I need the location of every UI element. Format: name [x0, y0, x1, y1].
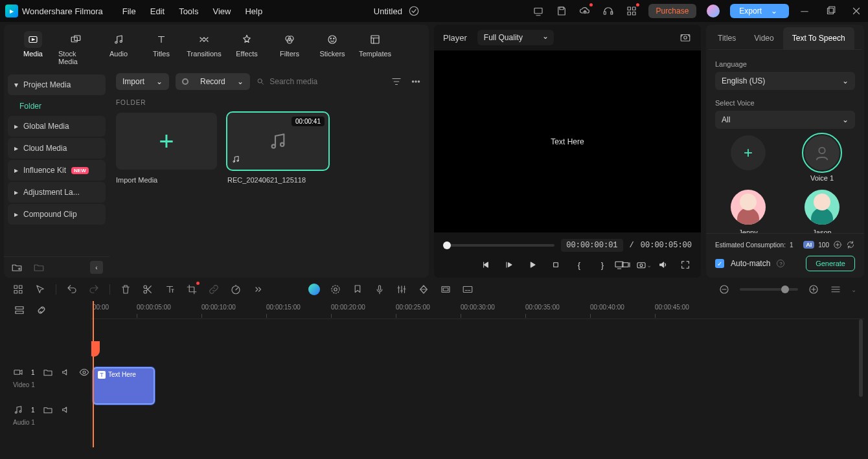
tab-titles[interactable]: Titles: [141, 28, 181, 68]
visibility-icon[interactable]: [79, 367, 89, 377]
minimize-icon[interactable]: [798, 5, 811, 17]
menu-tools[interactable]: Tools: [179, 6, 198, 16]
redo-icon[interactable]: [87, 283, 100, 296]
mute-icon[interactable]: [61, 367, 71, 377]
subtitle-icon[interactable]: [461, 283, 474, 296]
timeline-scrollbar-vertical[interactable]: [859, 319, 863, 397]
track-row-audio1[interactable]: [91, 407, 864, 445]
track-row-video1[interactable]: T Text Here: [91, 363, 864, 401]
tab-media[interactable]: Media: [13, 28, 53, 68]
camera-icon[interactable]: [635, 258, 648, 271]
mark-out-icon[interactable]: }: [596, 258, 609, 271]
expand-tools-icon[interactable]: [251, 283, 264, 296]
cloud-sync-icon[interactable]: [407, 5, 420, 17]
apps-icon[interactable]: [625, 5, 638, 17]
stop-icon[interactable]: [549, 258, 562, 271]
tracks-view-icon[interactable]: [829, 283, 842, 296]
split-icon[interactable]: [141, 283, 154, 296]
marker-icon[interactable]: [351, 283, 364, 296]
generate-button[interactable]: Generate: [806, 256, 855, 271]
user-avatar-icon[interactable]: [707, 5, 720, 17]
mark-in-icon[interactable]: {: [573, 258, 586, 271]
language-select[interactable]: English (US)⌄: [715, 72, 855, 90]
search-media[interactable]: [257, 77, 383, 86]
sidebar-item-project-media[interactable]: ▾Project Media: [8, 74, 106, 95]
mute-icon[interactable]: [61, 405, 71, 415]
save-icon[interactable]: [555, 5, 568, 17]
text-tool-icon[interactable]: [163, 283, 176, 296]
fullscreen-icon[interactable]: [679, 258, 692, 271]
tab-titles-right[interactable]: Titles: [709, 27, 745, 49]
help-icon[interactable]: ?: [777, 260, 784, 267]
automatch-checkbox[interactable]: ✓: [715, 259, 724, 268]
headphones-icon[interactable]: [602, 5, 615, 17]
purchase-button[interactable]: Purchase: [648, 4, 697, 18]
voice-item-jenny[interactable]: Jenny: [715, 190, 781, 233]
tab-video-right[interactable]: Video: [745, 27, 782, 49]
folder-icon[interactable]: [43, 405, 53, 415]
play-range-icon[interactable]: [503, 258, 516, 271]
sidebar-item-global-media[interactable]: ▸Global Media: [8, 116, 106, 137]
delete-icon[interactable]: [119, 283, 132, 296]
sidebar-item-folder[interactable]: Folder: [8, 96, 106, 116]
voice-filter-select[interactable]: All⌄: [715, 111, 855, 129]
color-icon[interactable]: [329, 283, 342, 296]
close-icon[interactable]: [850, 5, 863, 17]
quality-dropdown[interactable]: Full Quality: [477, 30, 554, 45]
new-folder-icon[interactable]: [10, 261, 23, 274]
menu-file[interactable]: File: [122, 6, 136, 16]
audio-mixer-icon[interactable]: [395, 283, 408, 296]
zoom-slider[interactable]: [740, 288, 798, 291]
volume-icon[interactable]: [657, 258, 670, 271]
tab-effects[interactable]: Effects: [227, 28, 267, 68]
cloud-upload-icon[interactable]: [578, 5, 591, 17]
ai-tools-icon[interactable]: [308, 284, 320, 295]
timeline-canvas[interactable]: 00:00 00:00:05:00 00:00:10:00 00:00:15:0…: [91, 301, 864, 447]
tab-transitions[interactable]: Transitions: [184, 28, 224, 68]
record-dropdown[interactable]: Record⌄: [176, 73, 250, 90]
select-tool-icon[interactable]: [34, 283, 47, 296]
import-media-card[interactable]: + Import Media: [116, 113, 217, 184]
grid-tool-icon[interactable]: [12, 283, 25, 296]
tab-audio[interactable]: Audio: [98, 28, 139, 68]
import-dropdown[interactable]: Import⌄: [116, 73, 169, 90]
playhead[interactable]: [93, 301, 94, 447]
timeline-ruler[interactable]: 00:00 00:00:05:00 00:00:10:00 00:00:15:0…: [91, 301, 864, 319]
preview-viewport[interactable]: Text Here: [434, 50, 701, 232]
new-bin-icon[interactable]: [32, 261, 45, 274]
device-icon[interactable]: [532, 5, 545, 17]
tab-stickers[interactable]: Stickers: [312, 28, 352, 68]
menu-view[interactable]: View: [212, 6, 231, 16]
more-icon[interactable]: [409, 75, 422, 88]
filter-icon[interactable]: [390, 75, 403, 88]
crop-icon[interactable]: [185, 283, 198, 296]
export-button[interactable]: Export⌄: [730, 4, 789, 18]
progress-bar[interactable]: [443, 244, 554, 247]
link-icon[interactable]: [207, 283, 220, 296]
timeline-clip-text[interactable]: T Text Here: [93, 367, 155, 405]
search-input[interactable]: [269, 77, 383, 86]
voice-item-voice1[interactable]: Voice 1: [789, 135, 855, 182]
track-link-icon[interactable]: [35, 304, 48, 317]
media-clip-card[interactable]: 00:00:41 REC_20240621_125118: [227, 113, 328, 184]
prev-frame-icon[interactable]: [479, 258, 492, 271]
refresh-icon[interactable]: [846, 240, 855, 249]
collapse-sidebar-button[interactable]: ‹: [90, 261, 103, 274]
sidebar-item-compound-clip[interactable]: ▸Compound Clip: [8, 204, 106, 225]
voice-add[interactable]: +: [715, 135, 781, 182]
sidebar-item-influence-kit[interactable]: ▸Influence KitNEW: [8, 160, 106, 181]
menu-help[interactable]: Help: [245, 6, 262, 16]
progress-handle[interactable]: [443, 241, 451, 249]
zoom-out-icon[interactable]: [718, 283, 731, 296]
zoom-handle[interactable]: [781, 285, 789, 293]
folder-icon[interactable]: [43, 367, 53, 377]
snapshot-icon[interactable]: [679, 31, 692, 44]
maximize-icon[interactable]: [824, 5, 837, 17]
tab-stock-media[interactable]: Stock Media: [56, 28, 96, 68]
tab-templates[interactable]: Templates: [355, 28, 395, 68]
undo-icon[interactable]: [65, 283, 78, 296]
sidebar-item-cloud-media[interactable]: ▸Cloud Media: [8, 138, 106, 159]
render-icon[interactable]: [439, 283, 452, 296]
tab-filters[interactable]: Filters: [269, 28, 310, 68]
display-icon[interactable]: [613, 258, 626, 271]
